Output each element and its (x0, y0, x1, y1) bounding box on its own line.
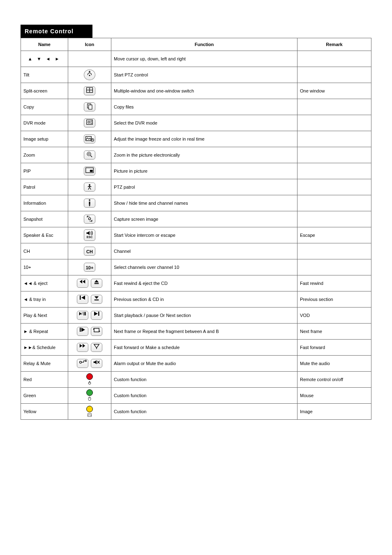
table-row: 10+ 10+ Select channels over channel 10 (21, 259, 371, 275)
table-row: ▲ ▼ ◄ ► Move cursor up, down, left and r… (21, 51, 371, 67)
col-icon: Icon (68, 38, 111, 51)
func-cell: Start playback / pause Or Next section (111, 308, 297, 324)
image-sub-icon (85, 413, 94, 418)
patrol-icon[interactable] (84, 183, 95, 192)
func-cell: Previous section & CD in (111, 291, 297, 308)
eject-icon[interactable] (91, 279, 102, 288)
remark-cell (297, 51, 371, 67)
next-section-icon[interactable] (91, 311, 102, 320)
table-row: PIP Picture in picture (21, 163, 371, 179)
svg-point-35 (80, 361, 82, 363)
remark-cell (297, 131, 371, 147)
func-cell: PTZ patrol (111, 179, 297, 195)
icon-cell (68, 83, 111, 99)
table-row: Tilt Start PTZ control (21, 67, 371, 83)
ch-icon[interactable]: CH (84, 247, 95, 256)
icon-cell (68, 67, 111, 83)
icon-cell (68, 99, 111, 115)
table-row: Patrol PTZ patrol (21, 179, 371, 195)
remark-cell (297, 99, 371, 115)
relay-icon[interactable] (77, 359, 88, 368)
col-name: Name (21, 38, 68, 51)
func-cell: Start Voice intercom or escape (111, 227, 297, 243)
remark-cell (297, 67, 371, 83)
name-cell: Relay & Mute (21, 356, 68, 372)
func-cell: Start PTZ control (111, 67, 297, 83)
func-cell: Alarm output or Mute the audio (111, 356, 297, 372)
name-cell: Green (21, 388, 68, 404)
fast-rewind-icon[interactable] (77, 279, 88, 288)
prev-section-icon[interactable] (77, 295, 88, 304)
remark-cell (297, 243, 371, 259)
table-row: Yellow Custom function Image (21, 404, 371, 420)
icon-cell (68, 388, 111, 404)
table-row: Relay & Mute Alarm output or Mute the au… (21, 356, 371, 372)
split-screen-icon[interactable] (84, 86, 95, 95)
svg-point-0 (89, 75, 90, 76)
icon-cell (68, 115, 111, 131)
name-cell: Yellow (21, 404, 68, 420)
table-row: ►►& Schedule Fast forward or Make a sche… (21, 340, 371, 356)
remote-functions-table: Name Icon Function Remark ▲ ▼ ◄ ► Move c… (21, 38, 371, 420)
name-arrows: ▲ ▼ ◄ ► (21, 51, 68, 67)
speaker-esc-icon[interactable]: ESC (84, 229, 95, 241)
icon-cell: ESC (68, 227, 111, 243)
name-cell: Play & Next (21, 308, 68, 324)
copy-icon[interactable] (84, 102, 95, 111)
svg-rect-32 (80, 328, 81, 332)
play-pause-icon[interactable]: / (77, 311, 88, 320)
name-cell: PIP (21, 163, 68, 179)
func-cell: Select channels over channel 10 (111, 259, 297, 275)
name-cell: Information (21, 195, 68, 211)
svg-rect-22 (89, 201, 90, 205)
icon-cell (68, 211, 111, 227)
svg-point-21 (89, 199, 90, 201)
svg-rect-31 (98, 312, 99, 316)
svg-point-24 (88, 217, 90, 220)
table-row: Image setup Adjust the image freeze and … (21, 131, 371, 147)
yellow-button-icon[interactable] (85, 406, 94, 418)
svg-point-23 (89, 205, 90, 206)
fast-forward-icon[interactable] (77, 343, 88, 352)
name-cell: ◄ & tray in (21, 291, 68, 308)
snapshot-icon[interactable] (84, 215, 95, 224)
tray-in-icon[interactable] (91, 295, 102, 304)
remark-cell: Remote control on/off (297, 372, 371, 388)
icon-cell: CH (68, 243, 111, 259)
func-cell: Zoom in the picture electronically (111, 147, 297, 163)
func-cell: Adjust the image freeze and color in rea… (111, 131, 297, 147)
image-setup-icon[interactable] (84, 134, 95, 143)
func-cell: Capture screen image (111, 211, 297, 227)
svg-rect-19 (90, 170, 93, 172)
tilt-icon[interactable] (84, 69, 95, 80)
mute-icon[interactable] (91, 359, 102, 368)
remark-cell (297, 179, 371, 195)
remark-cell: Mouse (297, 388, 371, 404)
repeat-icon[interactable] (91, 327, 102, 336)
table-row: Red Custom function Remote control on/of… (21, 372, 371, 388)
func-cell: Custom function (111, 372, 297, 388)
info-icon[interactable] (84, 199, 95, 208)
remark-cell: Previous section (297, 291, 371, 308)
dvr-mode-icon[interactable] (84, 118, 95, 127)
table-row: Zoom Zoom in the picture electronically (21, 147, 371, 163)
green-button-icon[interactable] (85, 389, 94, 402)
remark-cell: VOD (297, 308, 371, 324)
red-button-icon[interactable] (85, 373, 94, 386)
name-cell: Tilt (21, 67, 68, 83)
name-cell: Zoom (21, 147, 68, 163)
table-row: ► & Repeat Next frame or Repeat the frag… (21, 324, 371, 340)
remark-cell: Fast forward (297, 340, 371, 356)
section-title: Remote Control (21, 25, 92, 38)
name-cell: Patrol (21, 179, 68, 195)
name-cell: Speaker & Esc (21, 227, 68, 243)
pip-icon[interactable] (84, 166, 95, 176)
func-cell: Copy files (111, 99, 297, 115)
tenplus-icon[interactable]: 10+ (84, 263, 95, 272)
next-frame-icon[interactable] (77, 327, 88, 336)
table-row: DVR mode Select the DVR mode (21, 115, 371, 131)
schedule-icon[interactable] (91, 343, 102, 352)
zoom-icon[interactable] (84, 150, 95, 160)
icon-cell (68, 163, 111, 179)
remark-cell (297, 211, 371, 227)
